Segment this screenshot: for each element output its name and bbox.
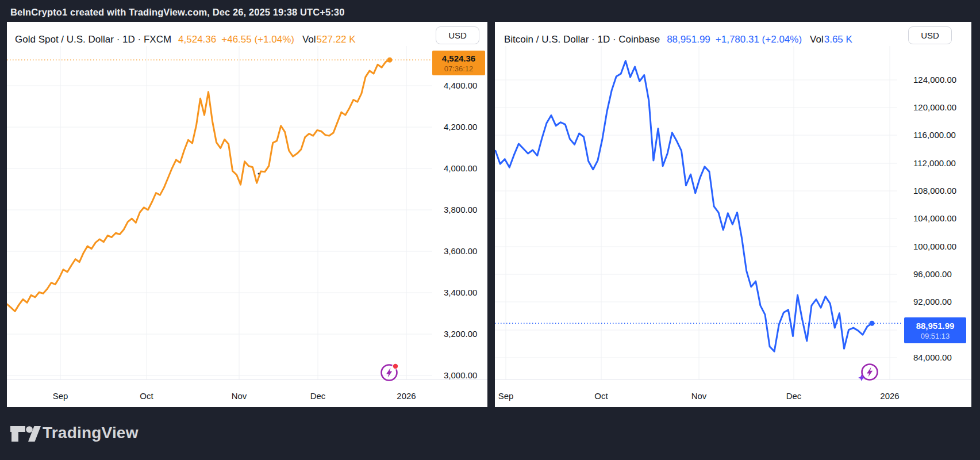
time-axis-label: Dec	[310, 390, 326, 402]
price-axis-label: 4,400.00	[444, 80, 477, 91]
price-axis-label: 4,200.00	[444, 121, 477, 133]
bitcoin-chart-canvas	[495, 22, 971, 407]
price-axis-label: 108,000.00	[913, 185, 956, 197]
price-axis-label: 4,000.00	[444, 163, 477, 174]
gold-volume-value: 527.22 K	[317, 34, 356, 45]
tradingview-brand-text[interactable]: TradingView	[43, 424, 139, 442]
gold-chart-canvas	[7, 22, 487, 407]
bitcoin-change: +1,780.31 (+2.04%)	[716, 34, 802, 45]
price-axis-label: 116,000.00	[913, 129, 956, 141]
tradingview-logo-icon[interactable]	[10, 426, 41, 442]
gold-volume-label: Vol	[302, 34, 316, 45]
gold-symbol-title: Gold Spot / U.S. Dollar · 1D · FXCM	[15, 34, 171, 45]
time-axis-label: Oct	[140, 390, 153, 402]
price-axis-label: 3,400.00	[444, 287, 477, 298]
price-axis-label: 3,800.00	[444, 204, 477, 216]
gold-currency-button[interactable]: USD	[436, 26, 479, 44]
price-axis-label: 92,000.00	[913, 296, 952, 308]
price-axis-label: 124,000.00	[913, 74, 956, 86]
flash-spark-icon[interactable]	[856, 360, 882, 385]
gold-badge-countdown: 07:36:12	[444, 64, 474, 74]
time-axis-label: Nov	[232, 390, 247, 402]
price-axis-label: 104,000.00	[913, 213, 956, 224]
price-axis-label: 100,000.00	[913, 241, 956, 252]
bitcoin-currency-button[interactable]: USD	[908, 26, 952, 44]
price-axis-label: 96,000.00	[913, 269, 952, 280]
price-axis-label: 3,000.00	[444, 370, 477, 381]
time-axis-label: 2026	[880, 390, 899, 402]
time-axis-label: Oct	[594, 390, 608, 402]
price-axis-label: 120,000.00	[913, 102, 956, 113]
price-axis-label: 3,200.00	[444, 328, 477, 340]
bitcoin-badge-countdown: 09:51:13	[921, 332, 950, 341]
gold-change: +46.55 (+1.04%)	[221, 34, 294, 45]
gold-badge-price: 4,524.36	[442, 53, 475, 64]
gold-price-badge: 4,524.36 07:36:12	[432, 51, 485, 75]
bitcoin-last-price: 88,951.99	[667, 34, 710, 45]
time-axis-label: Sep	[53, 390, 68, 402]
bitcoin-chart-panel: Bitcoin / U.S. Dollar · 1D · Coinbase88,…	[495, 22, 971, 407]
bitcoin-volume-label: Vol	[810, 34, 824, 45]
bitcoin-header: Bitcoin / U.S. Dollar · 1D · Coinbase88,…	[504, 31, 852, 48]
gold-last-price: 4,524.36	[178, 34, 216, 45]
price-axis-label: 3,600.00	[444, 246, 477, 257]
attribution-bar: BeInCrypto1 created with TradingView.com…	[10, 5, 344, 19]
price-axis-label: 84,000.00	[913, 352, 952, 363]
time-axis-label: Nov	[691, 390, 707, 402]
gold-chart-panel: Gold Spot / U.S. Dollar · 1D · FXCM4,524…	[7, 22, 487, 407]
gold-header: Gold Spot / U.S. Dollar · 1D · FXCM4,524…	[15, 31, 356, 48]
bitcoin-price-badge: 88,951.99 09:51:13	[904, 317, 966, 343]
time-axis-label: 2026	[397, 390, 416, 402]
bitcoin-badge-price: 88,951.99	[916, 320, 955, 332]
bitcoin-symbol-title: Bitcoin / U.S. Dollar · 1D · Coinbase	[504, 34, 660, 45]
price-axis-label: 112,000.00	[913, 158, 956, 169]
time-axis-label: Dec	[786, 390, 802, 402]
bitcoin-volume-value: 3.65 K	[824, 34, 852, 45]
time-axis-label: Sep	[498, 390, 514, 402]
flash-ideas-icon[interactable]	[377, 360, 402, 385]
